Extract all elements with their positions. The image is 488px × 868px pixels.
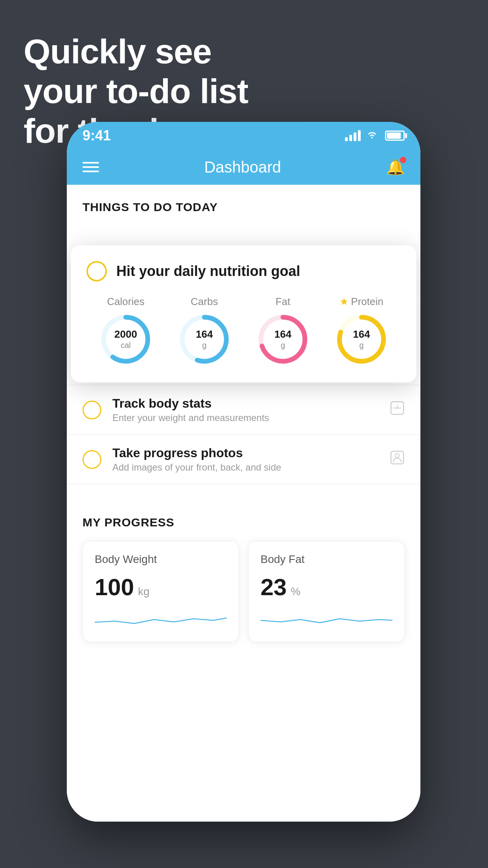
- phone-mockup: 9:41 Dashboard 🔔 THINGS TO DO TO: [67, 122, 420, 822]
- status-time: 9:41: [83, 127, 111, 144]
- nutrition-row: Calories 2000 cal: [86, 296, 401, 367]
- fat-label: Fat: [275, 296, 290, 308]
- status-icons: [345, 129, 405, 142]
- body-weight-unit: kg: [138, 585, 150, 598]
- carbs-label: Carbs: [191, 296, 218, 308]
- nutrition-check-circle[interactable]: [86, 261, 107, 281]
- todo-item-progress-photos[interactable]: Take progress photos Add images of your …: [67, 435, 420, 484]
- calories-circle: 2000 cal: [98, 312, 153, 367]
- person-icon: [390, 450, 405, 469]
- nutrition-carbs: Carbs 164 g: [177, 296, 232, 367]
- progress-header: MY PROGRESS: [83, 516, 405, 529]
- body-stats-text: Track body stats Enter your weight and m…: [112, 396, 379, 423]
- things-to-do-header: THINGS TO DO TODAY: [67, 185, 420, 222]
- todo-item-body-stats[interactable]: Track body stats Enter your weight and m…: [67, 385, 420, 435]
- scale-icon: [390, 401, 405, 419]
- body-weight-title: Body Weight: [95, 553, 227, 566]
- body-fat-card[interactable]: Body Fat 23 %: [248, 541, 405, 642]
- nutrition-card-title: Hit your daily nutrition goal: [116, 263, 300, 280]
- hamburger-menu[interactable]: [83, 162, 99, 172]
- app-content: THINGS TO DO TODAY Hit your daily nutrit…: [67, 185, 420, 822]
- progress-section: MY PROGRESS Body Weight 100 kg Body Fat: [67, 500, 420, 658]
- body-weight-sparkline: [95, 609, 227, 628]
- status-bar: 9:41: [67, 122, 420, 149]
- body-stats-check-circle[interactable]: [83, 401, 101, 419]
- fat-circle: 164 g: [255, 312, 310, 367]
- protein-label-row: ★ Protein: [339, 296, 383, 308]
- notification-dot: [400, 157, 406, 163]
- star-icon: ★: [339, 296, 349, 308]
- body-fat-title: Body Fat: [261, 553, 393, 566]
- carbs-circle: 164 g: [177, 312, 232, 367]
- header-title: Dashboard: [204, 158, 281, 176]
- svg-point-10: [395, 454, 399, 458]
- app-header: Dashboard 🔔: [67, 149, 420, 185]
- progress-photos-subtitle: Add images of your front, back, and side: [112, 462, 379, 473]
- protein-label: Protein: [351, 296, 383, 308]
- body-stats-subtitle: Enter your weight and measurements: [112, 412, 379, 423]
- progress-cards: Body Weight 100 kg Body Fat 23 %: [83, 541, 405, 642]
- nutrition-card: Hit your daily nutrition goal Calories 2: [71, 245, 416, 383]
- body-weight-card[interactable]: Body Weight 100 kg: [83, 541, 239, 642]
- progress-photos-check-circle[interactable]: [83, 450, 101, 469]
- battery-icon: [385, 131, 405, 141]
- nutrition-calories: Calories 2000 cal: [98, 296, 153, 367]
- body-fat-sparkline: [261, 609, 393, 628]
- wifi-icon: [366, 129, 378, 142]
- calories-label: Calories: [107, 296, 144, 308]
- nutrition-fat: Fat 164 g: [255, 296, 310, 367]
- body-weight-value: 100: [95, 574, 134, 601]
- nutrition-protein: ★ Protein 164 g: [334, 296, 389, 367]
- notification-bell[interactable]: 🔔: [386, 158, 405, 176]
- body-stats-title: Track body stats: [112, 396, 379, 411]
- signal-icon: [345, 130, 361, 141]
- progress-photos-text: Take progress photos Add images of your …: [112, 446, 379, 473]
- progress-photos-title: Take progress photos: [112, 446, 379, 460]
- protein-circle: 164 g: [334, 312, 389, 367]
- body-fat-value: 23: [261, 574, 287, 601]
- body-fat-unit: %: [291, 585, 301, 598]
